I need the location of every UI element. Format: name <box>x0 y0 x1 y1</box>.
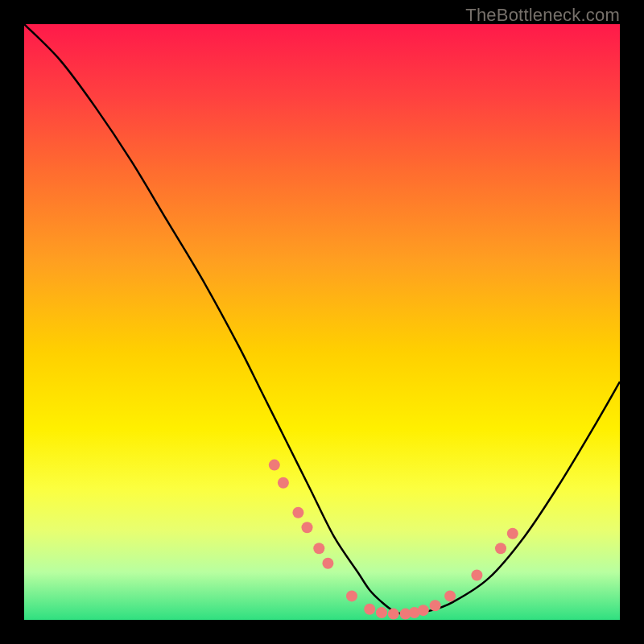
marker-dot <box>322 558 333 569</box>
marker-dots <box>269 460 518 620</box>
marker-dot <box>364 604 375 615</box>
marker-dot <box>292 507 303 518</box>
marker-dot <box>430 600 441 611</box>
marker-dot <box>507 528 518 539</box>
chart-stage: TheBottleneck.com <box>0 0 644 644</box>
marker-dot <box>444 590 456 601</box>
marker-dot <box>418 605 429 616</box>
watermark-text: TheBottleneck.com <box>465 5 620 26</box>
marker-dot <box>388 609 399 620</box>
marker-dot <box>495 543 506 554</box>
plot-area <box>24 24 620 620</box>
bottleneck-curve <box>24 24 620 614</box>
marker-dot <box>313 543 324 554</box>
chart-svg <box>24 24 620 620</box>
marker-dot <box>376 607 387 618</box>
marker-dot <box>302 522 313 533</box>
marker-dot <box>278 477 289 489</box>
marker-dot <box>471 570 482 581</box>
marker-dot <box>346 590 357 601</box>
marker-dot <box>269 460 280 471</box>
